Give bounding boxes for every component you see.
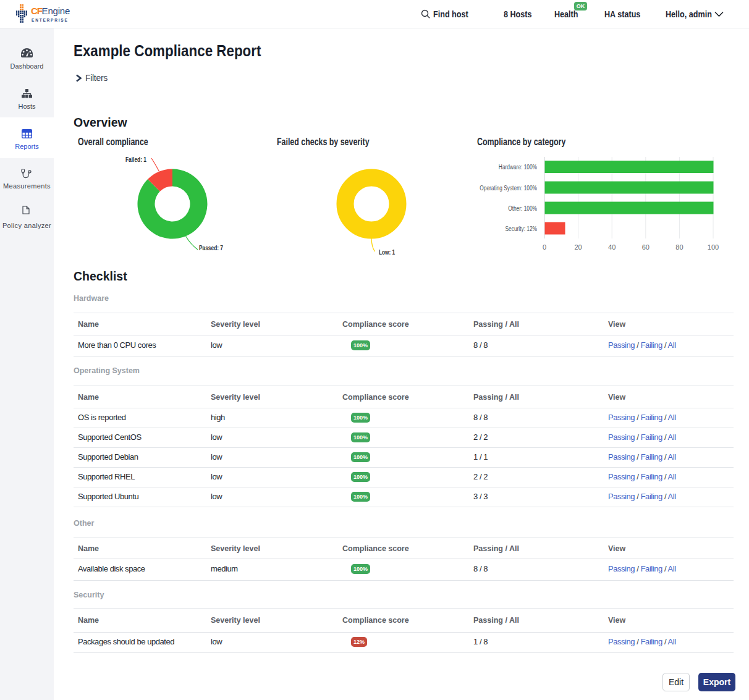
svg-text:Low: 1: Low: 1 <box>379 248 395 256</box>
svg-text:Hardware: 100%: Hardware: 100% <box>499 163 537 171</box>
svg-text:Other: 100%: Other: 100% <box>508 204 537 211</box>
svg-text:60: 60 <box>642 243 650 251</box>
svg-text:80: 80 <box>675 243 683 251</box>
svg-text:Security: 12%: Security: 12% <box>506 224 538 232</box>
svg-text:Passed: 7: Passed: 7 <box>199 244 223 251</box>
svg-text:40: 40 <box>608 243 616 251</box>
svg-text:Failed: 1: Failed: 1 <box>125 156 146 163</box>
svg-text:Operating System: 100%: Operating System: 100% <box>480 183 537 191</box>
svg-text:20: 20 <box>574 243 582 251</box>
svg-text:100: 100 <box>708 243 719 251</box>
svg-text:0: 0 <box>543 243 546 251</box>
